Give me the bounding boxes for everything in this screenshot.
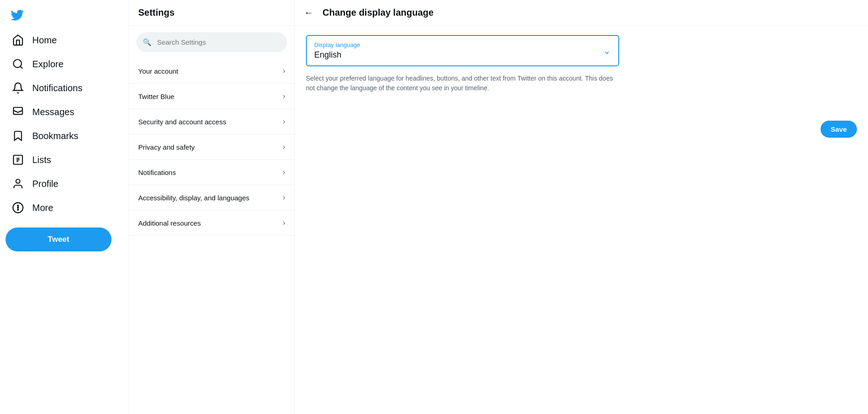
sidebar-item-explore-label: Explore xyxy=(32,59,64,70)
right-panel-header: ← Change display language xyxy=(295,0,868,26)
svg-point-9 xyxy=(18,205,18,206)
sidebar-item-more[interactable]: More xyxy=(6,196,123,219)
language-description: Select your preferred language for headl… xyxy=(306,74,619,93)
sidebar-item-home-label: Home xyxy=(32,35,57,46)
settings-title: Settings xyxy=(129,0,294,26)
right-panel: ← Change display language Display langua… xyxy=(295,0,868,414)
sidebar-item-lists-label: Lists xyxy=(32,155,51,165)
explore-icon xyxy=(12,58,24,70)
svg-point-0 xyxy=(13,59,21,67)
svg-line-1 xyxy=(20,66,23,69)
settings-item-twitter-blue[interactable]: Twitter Blue › xyxy=(129,84,294,109)
settings-item-security-label: Security and account access xyxy=(138,118,226,126)
more-icon xyxy=(12,202,24,214)
chevron-right-icon: › xyxy=(283,92,285,100)
right-panel-title: Change display language xyxy=(323,7,434,18)
bookmarks-icon xyxy=(12,130,24,142)
search-settings-container: 🔍 xyxy=(136,32,287,52)
sidebar-item-explore[interactable]: Explore xyxy=(6,52,123,76)
save-button-container: Save xyxy=(295,113,868,145)
language-dropdown-value: English xyxy=(314,50,611,60)
tweet-button[interactable]: Tweet xyxy=(6,227,111,251)
sidebar-item-notifications[interactable]: Notifications xyxy=(6,76,123,99)
settings-item-notifications[interactable]: Notifications › xyxy=(129,160,294,185)
profile-icon xyxy=(12,178,24,190)
settings-item-twitter-blue-label: Twitter Blue xyxy=(138,93,174,100)
chevron-right-icon: › xyxy=(283,143,285,151)
save-button[interactable]: Save xyxy=(821,121,857,138)
twitter-logo[interactable] xyxy=(6,4,29,27)
settings-item-additional-label: Additional resources xyxy=(138,219,201,227)
chevron-right-icon: › xyxy=(283,193,285,202)
language-dropdown[interactable]: Display language English ⌄ xyxy=(306,35,619,66)
svg-point-11 xyxy=(18,209,18,210)
sidebar-item-profile[interactable]: Profile xyxy=(6,172,123,195)
sidebar-item-bookmarks[interactable]: Bookmarks xyxy=(6,124,123,147)
svg-point-7 xyxy=(16,179,20,183)
settings-item-your-account[interactable]: Your account › xyxy=(129,58,294,84)
chevron-right-icon: › xyxy=(283,168,285,176)
settings-item-accessibility-label: Accessibility, display, and languages xyxy=(138,194,249,202)
chevron-right-icon: › xyxy=(283,219,285,227)
settings-item-additional[interactable]: Additional resources › xyxy=(129,210,294,236)
settings-item-privacy-label: Privacy and safety xyxy=(138,143,195,151)
messages-icon xyxy=(12,106,24,118)
search-settings-input[interactable] xyxy=(136,32,287,52)
sidebar-item-more-label: More xyxy=(32,203,53,213)
svg-point-10 xyxy=(18,207,18,208)
chevron-right-icon: › xyxy=(283,67,285,75)
language-dropdown-label: Display language xyxy=(314,41,611,48)
sidebar-item-home[interactable]: Home xyxy=(6,29,123,52)
settings-item-notifications-label: Notifications xyxy=(138,169,176,176)
chevron-right-icon: › xyxy=(283,117,285,126)
settings-panel: Settings 🔍 Your account › Twitter Blue ›… xyxy=(129,0,295,414)
lists-icon xyxy=(12,154,24,166)
sidebar-item-profile-label: Profile xyxy=(32,179,59,189)
settings-item-privacy[interactable]: Privacy and safety › xyxy=(129,134,294,160)
sidebar-item-notifications-label: Notifications xyxy=(32,83,82,93)
sidebar-item-messages-label: Messages xyxy=(32,107,74,117)
settings-item-your-account-label: Your account xyxy=(138,67,178,75)
twitter-bird-icon xyxy=(10,8,24,22)
back-button[interactable]: ← xyxy=(304,7,313,18)
sidebar-item-lists[interactable]: Lists xyxy=(6,148,123,171)
chevron-down-icon: ⌄ xyxy=(603,45,611,56)
notifications-icon xyxy=(12,82,24,94)
sidebar-item-bookmarks-label: Bookmarks xyxy=(32,131,78,141)
settings-item-security[interactable]: Security and account access › xyxy=(129,109,294,134)
home-icon xyxy=(12,34,24,46)
right-panel-content: Display language English ⌄ Select your p… xyxy=(295,26,868,113)
sidebar-item-messages[interactable]: Messages xyxy=(6,100,123,123)
settings-item-accessibility[interactable]: Accessibility, display, and languages › xyxy=(129,185,294,210)
sidebar: Home Explore Notifications Messages xyxy=(0,0,129,414)
